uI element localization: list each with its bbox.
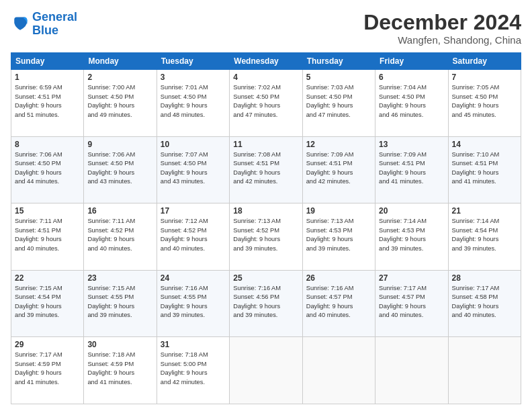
logo: General Blue bbox=[11, 11, 77, 38]
day-number: 31 bbox=[161, 340, 226, 349]
day-number: 8 bbox=[15, 140, 80, 149]
day-info: Sunrise: 7:12 AM Sunset: 4:52 PM Dayligh… bbox=[161, 217, 226, 253]
day-number: 27 bbox=[379, 273, 444, 283]
day-cell: 30Sunrise: 7:18 AM Sunset: 4:59 PM Dayli… bbox=[84, 337, 157, 404]
week-row-2: 15Sunrise: 7:11 AM Sunset: 4:51 PM Dayli… bbox=[11, 203, 521, 271]
day-cell: 23Sunrise: 7:15 AM Sunset: 4:55 PM Dayli… bbox=[84, 270, 157, 337]
day-cell: 12Sunrise: 7:09 AM Sunset: 4:51 PM Dayli… bbox=[302, 136, 375, 203]
header-cell-tuesday: Tuesday bbox=[157, 53, 229, 70]
day-cell: 15Sunrise: 7:11 AM Sunset: 4:51 PM Dayli… bbox=[11, 203, 84, 271]
day-number: 1 bbox=[15, 73, 80, 82]
day-cell bbox=[230, 337, 302, 404]
logo-icon bbox=[11, 15, 30, 34]
day-info: Sunrise: 7:13 AM Sunset: 4:53 PM Dayligh… bbox=[306, 217, 371, 253]
day-info: Sunrise: 7:17 AM Sunset: 4:57 PM Dayligh… bbox=[379, 284, 444, 320]
day-cell: 10Sunrise: 7:07 AM Sunset: 4:50 PM Dayli… bbox=[157, 136, 229, 203]
day-info: Sunrise: 7:15 AM Sunset: 4:55 PM Dayligh… bbox=[87, 284, 152, 320]
header: General Blue December 2024 Wangfen, Shan… bbox=[11, 11, 521, 46]
day-info: Sunrise: 7:15 AM Sunset: 4:54 PM Dayligh… bbox=[15, 284, 80, 320]
day-info: Sunrise: 7:10 AM Sunset: 4:51 PM Dayligh… bbox=[452, 150, 517, 187]
day-number: 20 bbox=[379, 206, 444, 216]
day-cell: 17Sunrise: 7:12 AM Sunset: 4:52 PM Dayli… bbox=[157, 203, 229, 271]
day-info: Sunrise: 7:16 AM Sunset: 4:55 PM Dayligh… bbox=[161, 284, 226, 320]
day-cell bbox=[375, 337, 448, 404]
day-number: 17 bbox=[161, 206, 226, 216]
day-info: Sunrise: 7:06 AM Sunset: 4:50 PM Dayligh… bbox=[15, 150, 80, 187]
day-number: 30 bbox=[87, 340, 152, 349]
day-cell: 14Sunrise: 7:10 AM Sunset: 4:51 PM Dayli… bbox=[448, 136, 521, 203]
day-cell: 29Sunrise: 7:17 AM Sunset: 4:59 PM Dayli… bbox=[11, 337, 84, 404]
day-number: 23 bbox=[87, 273, 152, 283]
day-number: 6 bbox=[379, 73, 444, 82]
day-number: 10 bbox=[161, 140, 226, 149]
day-number: 29 bbox=[15, 340, 80, 349]
header-cell-monday: Monday bbox=[84, 53, 157, 70]
day-info: Sunrise: 7:08 AM Sunset: 4:51 PM Dayligh… bbox=[233, 150, 298, 187]
calendar-header: SundayMondayTuesdayWednesdayThursdayFrid… bbox=[11, 53, 521, 70]
day-cell: 26Sunrise: 7:16 AM Sunset: 4:57 PM Dayli… bbox=[302, 270, 375, 337]
logo-line1: General bbox=[32, 10, 77, 24]
day-number: 12 bbox=[306, 140, 371, 149]
day-number: 14 bbox=[452, 140, 517, 149]
day-info: Sunrise: 7:17 AM Sunset: 4:59 PM Dayligh… bbox=[15, 351, 80, 387]
day-cell bbox=[448, 337, 521, 404]
day-cell: 19Sunrise: 7:13 AM Sunset: 4:53 PM Dayli… bbox=[302, 203, 375, 271]
day-cell: 25Sunrise: 7:16 AM Sunset: 4:56 PM Dayli… bbox=[230, 270, 302, 337]
day-cell: 16Sunrise: 7:11 AM Sunset: 4:52 PM Dayli… bbox=[84, 203, 157, 271]
week-row-4: 29Sunrise: 7:17 AM Sunset: 4:59 PM Dayli… bbox=[11, 337, 521, 404]
title-block: December 2024 Wangfen, Shandong, China bbox=[363, 11, 521, 46]
day-number: 4 bbox=[233, 73, 298, 82]
day-info: Sunrise: 7:07 AM Sunset: 4:50 PM Dayligh… bbox=[161, 150, 226, 187]
day-info: Sunrise: 7:18 AM Sunset: 4:59 PM Dayligh… bbox=[87, 351, 152, 387]
day-number: 5 bbox=[306, 73, 371, 82]
day-info: Sunrise: 7:09 AM Sunset: 4:51 PM Dayligh… bbox=[379, 150, 444, 187]
day-info: Sunrise: 7:11 AM Sunset: 4:51 PM Dayligh… bbox=[15, 217, 80, 253]
day-cell: 2Sunrise: 7:00 AM Sunset: 4:50 PM Daylig… bbox=[84, 70, 157, 137]
day-number: 15 bbox=[15, 206, 80, 216]
day-number: 28 bbox=[452, 273, 517, 283]
day-cell: 24Sunrise: 7:16 AM Sunset: 4:55 PM Dayli… bbox=[157, 270, 229, 337]
location: Wangfen, Shandong, China bbox=[363, 34, 521, 46]
calendar-table: SundayMondayTuesdayWednesdayThursdayFrid… bbox=[11, 52, 521, 404]
day-info: Sunrise: 6:59 AM Sunset: 4:51 PM Dayligh… bbox=[15, 83, 80, 120]
day-info: Sunrise: 7:06 AM Sunset: 4:50 PM Dayligh… bbox=[87, 150, 152, 187]
day-cell: 20Sunrise: 7:14 AM Sunset: 4:53 PM Dayli… bbox=[375, 203, 448, 271]
day-cell: 13Sunrise: 7:09 AM Sunset: 4:51 PM Dayli… bbox=[375, 136, 448, 203]
day-number: 25 bbox=[233, 273, 298, 283]
day-number: 22 bbox=[15, 273, 80, 283]
day-number: 26 bbox=[306, 273, 371, 283]
week-row-3: 22Sunrise: 7:15 AM Sunset: 4:54 PM Dayli… bbox=[11, 270, 521, 337]
day-cell: 22Sunrise: 7:15 AM Sunset: 4:54 PM Dayli… bbox=[11, 270, 84, 337]
day-number: 18 bbox=[233, 206, 298, 216]
day-cell: 6Sunrise: 7:04 AM Sunset: 4:50 PM Daylig… bbox=[375, 70, 448, 137]
day-info: Sunrise: 7:14 AM Sunset: 4:54 PM Dayligh… bbox=[452, 217, 517, 253]
day-info: Sunrise: 7:03 AM Sunset: 4:50 PM Dayligh… bbox=[306, 83, 371, 120]
day-cell: 21Sunrise: 7:14 AM Sunset: 4:54 PM Dayli… bbox=[448, 203, 521, 271]
week-row-1: 8Sunrise: 7:06 AM Sunset: 4:50 PM Daylig… bbox=[11, 136, 521, 203]
logo-line2: Blue bbox=[32, 24, 58, 37]
day-info: Sunrise: 7:17 AM Sunset: 4:58 PM Dayligh… bbox=[452, 284, 517, 320]
day-cell: 8Sunrise: 7:06 AM Sunset: 4:50 PM Daylig… bbox=[11, 136, 84, 203]
page: General Blue December 2024 Wangfen, Shan… bbox=[0, 0, 532, 411]
header-cell-wednesday: Wednesday bbox=[230, 53, 302, 70]
day-info: Sunrise: 7:01 AM Sunset: 4:50 PM Dayligh… bbox=[161, 83, 226, 120]
day-number: 3 bbox=[161, 73, 226, 82]
header-cell-friday: Friday bbox=[375, 53, 448, 70]
day-number: 2 bbox=[87, 73, 152, 82]
day-info: Sunrise: 7:18 AM Sunset: 5:00 PM Dayligh… bbox=[161, 351, 226, 387]
day-cell: 11Sunrise: 7:08 AM Sunset: 4:51 PM Dayli… bbox=[230, 136, 302, 203]
day-cell: 27Sunrise: 7:17 AM Sunset: 4:57 PM Dayli… bbox=[375, 270, 448, 337]
day-number: 13 bbox=[379, 140, 444, 149]
day-number: 21 bbox=[452, 206, 517, 216]
day-number: 19 bbox=[306, 206, 371, 216]
day-cell: 18Sunrise: 7:13 AM Sunset: 4:52 PM Dayli… bbox=[230, 203, 302, 271]
day-info: Sunrise: 7:04 AM Sunset: 4:50 PM Dayligh… bbox=[379, 83, 444, 120]
day-cell: 28Sunrise: 7:17 AM Sunset: 4:58 PM Dayli… bbox=[448, 270, 521, 337]
day-info: Sunrise: 7:16 AM Sunset: 4:56 PM Dayligh… bbox=[233, 284, 298, 320]
day-cell bbox=[302, 337, 375, 404]
header-cell-sunday: Sunday bbox=[11, 53, 84, 70]
day-cell: 5Sunrise: 7:03 AM Sunset: 4:50 PM Daylig… bbox=[302, 70, 375, 137]
day-number: 9 bbox=[87, 140, 152, 149]
day-info: Sunrise: 7:09 AM Sunset: 4:51 PM Dayligh… bbox=[306, 150, 371, 187]
day-cell: 31Sunrise: 7:18 AM Sunset: 5:00 PM Dayli… bbox=[157, 337, 229, 404]
